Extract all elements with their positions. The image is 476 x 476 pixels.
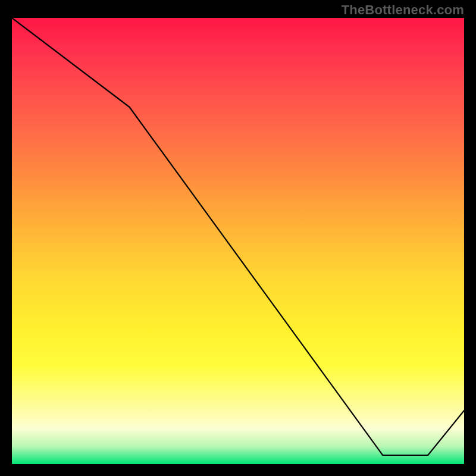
watermark-text: TheBottleneck.com [342,2,464,18]
bottleneck-curve [12,18,464,464]
curve-path [12,18,464,455]
plot-area [12,18,464,464]
chart-frame: TheBottleneck.com [0,0,476,476]
